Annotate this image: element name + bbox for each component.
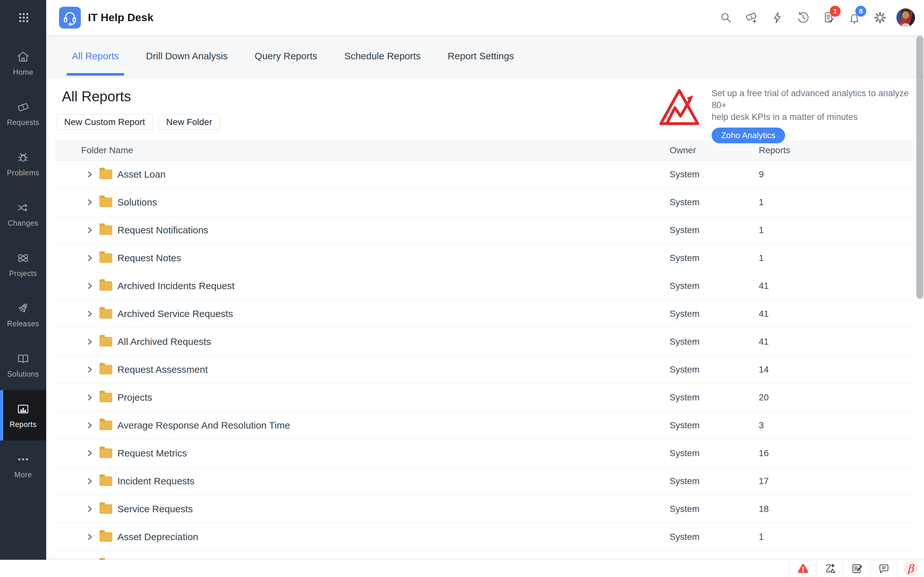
- table-row[interactable]: All Archived RequestsSystem41: [55, 328, 913, 356]
- folder-name: Request Assessment: [118, 364, 208, 375]
- folder-icon: [99, 393, 112, 402]
- settings-button[interactable]: [873, 10, 887, 25]
- folder-name-cell: Solutions: [55, 197, 667, 208]
- folder-icon: [99, 504, 112, 514]
- tab-drill-down-analysis[interactable]: Drill Down Analysis: [146, 35, 228, 77]
- vertical-scrollbar-thumb[interactable]: [916, 36, 923, 299]
- feedback-icon: [850, 562, 864, 575]
- sidebar-item-more[interactable]: More: [0, 440, 46, 491]
- quick-actions-button[interactable]: [770, 10, 785, 25]
- table-row[interactable]: Archived Service RequestsSystem41: [55, 300, 913, 328]
- tab-all-reports[interactable]: All Reports: [72, 35, 119, 77]
- table-row[interactable]: Asset LoanSystem9: [55, 161, 913, 189]
- left-nav-rail: HomeRequestsProblemsChangesProjectsRelea…: [0, 0, 46, 560]
- table-row[interactable]: Incident RequestsSystem17: [55, 467, 913, 495]
- expand-chevron-icon[interactable]: [86, 310, 94, 318]
- folder-name-cell: Request Assessment: [55, 364, 667, 375]
- user-avatar[interactable]: [897, 8, 915, 27]
- expand-chevron-icon[interactable]: [86, 505, 94, 513]
- folder-name: All Archived Requests: [118, 336, 211, 347]
- approvals-button[interactable]: 1: [821, 10, 836, 25]
- sidebar-item-requests[interactable]: Requests: [0, 88, 46, 139]
- folder-name-cell: Request Notes: [55, 253, 667, 263]
- add-ticket-button[interactable]: [744, 10, 759, 25]
- folder-icon: [99, 197, 112, 207]
- table-row[interactable]: Request MetricsSystem16: [55, 440, 913, 467]
- folder-name-cell: Incident Requests: [55, 476, 667, 487]
- zia-icon: [823, 562, 837, 575]
- zia-button[interactable]: [816, 560, 843, 577]
- expand-chevron-icon[interactable]: [86, 422, 94, 429]
- table-row[interactable]: Request NotesSystem1: [55, 244, 913, 272]
- reports-count-cell: 18: [759, 504, 913, 514]
- sidebar-item-home[interactable]: Home: [0, 38, 46, 88]
- table-row[interactable]: ProjectsSystem20: [55, 384, 913, 412]
- alert-button[interactable]: [789, 560, 816, 577]
- sidebar-item-problems[interactable]: Problems: [0, 139, 46, 189]
- table-row[interactable]: Archived Incidents RequestSystem41: [55, 272, 913, 300]
- table-row[interactable]: All RequestsSystem14: [55, 551, 913, 560]
- ticket-icon: [16, 100, 31, 114]
- search-button[interactable]: [719, 10, 733, 25]
- bottom-toolbar: β: [0, 560, 924, 577]
- tab-schedule-reports[interactable]: Schedule Reports: [344, 35, 421, 77]
- folder-icon: [99, 337, 112, 347]
- beta-button[interactable]: β: [897, 560, 924, 577]
- new-custom-report-button[interactable]: New Custom Report: [56, 114, 153, 130]
- expand-chevron-icon[interactable]: [86, 338, 94, 346]
- expand-chevron-icon[interactable]: [86, 282, 94, 290]
- top-header: IT Help Desk 18: [46, 0, 924, 35]
- tab-report-settings[interactable]: Report Settings: [447, 35, 514, 77]
- expand-chevron-icon[interactable]: [86, 198, 94, 206]
- expand-chevron-icon[interactable]: [86, 254, 94, 262]
- sidebar-item-solutions[interactable]: Solutions: [0, 340, 46, 390]
- chat-button[interactable]: [870, 560, 897, 577]
- expand-chevron-icon[interactable]: [86, 394, 94, 401]
- reports-count-cell: 3: [759, 420, 913, 430]
- table-row[interactable]: SolutionsSystem1: [55, 189, 913, 216]
- avatar-button[interactable]: [898, 10, 913, 25]
- app-logo: [59, 7, 81, 29]
- home-icon: [16, 49, 31, 64]
- rocket-icon: [16, 301, 31, 316]
- table-row[interactable]: Request AssessmentSystem14: [55, 356, 913, 384]
- expand-chevron-icon[interactable]: [86, 226, 94, 234]
- table-row[interactable]: Average Response And Resolution TimeSyst…: [55, 412, 913, 440]
- folder-name-cell: All Archived Requests: [55, 336, 667, 347]
- quick-actions-icon: [771, 11, 784, 25]
- sidebar-item-projects[interactable]: Projects: [0, 239, 46, 290]
- alert-icon: [796, 562, 810, 575]
- reports-count-cell: 1: [759, 197, 913, 207]
- reports-count-cell: 41: [759, 337, 913, 347]
- expand-chevron-icon[interactable]: [86, 366, 94, 374]
- add-ticket-icon: [745, 11, 759, 25]
- folder-name: Incident Requests: [118, 476, 194, 487]
- new-folder-button[interactable]: New Folder: [158, 114, 220, 130]
- owner-cell: System: [667, 532, 759, 542]
- report-folders-table: Folder Name Owner Reports Asset LoanSyst…: [55, 140, 913, 560]
- sidebar-item-releases[interactable]: Releases: [0, 290, 46, 340]
- table-row[interactable]: Request NotificationsSystem1: [55, 216, 913, 244]
- tab-query-reports[interactable]: Query Reports: [255, 35, 317, 77]
- folder-icon: [99, 421, 112, 430]
- app-launcher-button[interactable]: [17, 11, 31, 25]
- folder-name: Average Response And Resolution Time: [118, 420, 290, 431]
- notifications-button[interactable]: 8: [847, 10, 862, 25]
- sidebar-item-changes[interactable]: Changes: [0, 189, 46, 239]
- reports-count-cell: 20: [759, 392, 913, 403]
- chat-icon: [877, 562, 891, 575]
- table-row[interactable]: Service RequestsSystem18: [55, 495, 913, 523]
- book-icon: [16, 351, 31, 366]
- table-row[interactable]: Asset DepreciationSystem1: [55, 523, 913, 551]
- expand-chevron-icon[interactable]: [86, 450, 94, 457]
- history-button[interactable]: [796, 10, 811, 25]
- expand-chevron-icon[interactable]: [86, 533, 94, 541]
- folder-icon: [99, 169, 112, 179]
- expand-chevron-icon[interactable]: [86, 171, 94, 178]
- sidebar-item-label: Projects: [9, 269, 37, 278]
- expand-chevron-icon[interactable]: [86, 477, 94, 485]
- reports-count-cell: 1: [759, 225, 913, 235]
- sidebar-item-reports[interactable]: Reports: [0, 390, 46, 440]
- feedback-button[interactable]: [843, 560, 870, 577]
- zoho-analytics-button[interactable]: Zoho Analytics: [712, 127, 785, 143]
